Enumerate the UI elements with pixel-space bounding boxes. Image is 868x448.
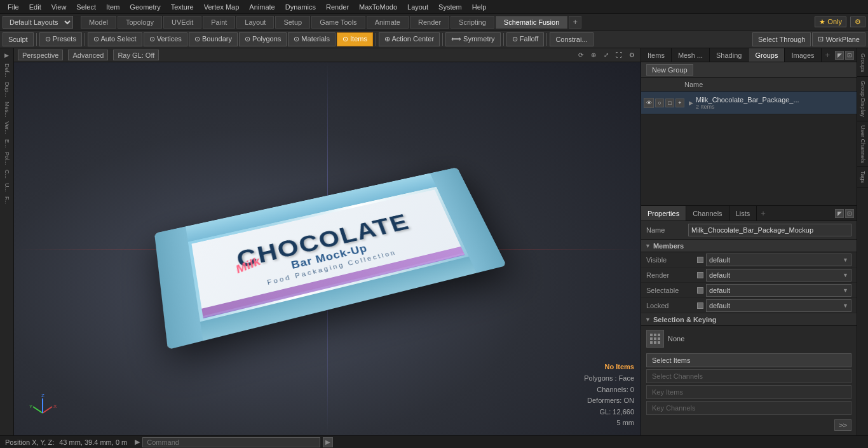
menu-help[interactable]: Help bbox=[467, 0, 492, 14]
prop-expand-btn-1[interactable]: ◤ bbox=[835, 209, 844, 218]
materials-button[interactable]: ⊙ Materials bbox=[288, 32, 336, 46]
layout-tab-layout[interactable]: Layout bbox=[236, 16, 274, 29]
constraint-button[interactable]: Constrai... bbox=[550, 32, 593, 46]
prop-locked-dropdown[interactable]: default ▼ bbox=[706, 299, 851, 312]
menu-view[interactable]: View bbox=[46, 0, 72, 14]
prop-render-dropdown[interactable]: default ▼ bbox=[706, 269, 851, 282]
layout-tab-animate[interactable]: Animate bbox=[367, 16, 409, 29]
prop-tab-properties[interactable]: Properties bbox=[641, 206, 686, 221]
sculpt-button[interactable]: Sculpt bbox=[3, 32, 34, 46]
sidebar-tool-1[interactable]: ▶ bbox=[1, 50, 13, 61]
menu-layout[interactable]: Layout bbox=[402, 0, 433, 14]
sidebar-label-vert[interactable]: Ver... bbox=[4, 119, 10, 137]
menu-vertex-map[interactable]: Vertex Map bbox=[199, 0, 245, 14]
falloff-button[interactable]: ⊙ Falloff bbox=[506, 32, 545, 46]
sidebar-label-uv[interactable]: U... bbox=[4, 181, 10, 194]
prop-tab-add[interactable]: + bbox=[757, 206, 770, 221]
items-button[interactable]: ⊙ Items bbox=[337, 32, 373, 46]
layout-tab-model[interactable]: Model bbox=[81, 16, 116, 29]
prop-selectable-dropdown[interactable]: default ▼ bbox=[706, 284, 851, 297]
layout-tab-setup[interactable]: Setup bbox=[275, 16, 310, 29]
panel-expand-btn-2[interactable]: ⊡ bbox=[845, 51, 854, 60]
prop-tab-channels[interactable]: Channels bbox=[686, 206, 729, 221]
sidebar-label-edit[interactable]: E... bbox=[4, 137, 10, 150]
layout-tab-render[interactable]: Render bbox=[410, 16, 449, 29]
panel-tab-items[interactable]: Items bbox=[641, 48, 672, 62]
menu-animate[interactable]: Animate bbox=[244, 0, 280, 14]
panel-tab-groups[interactable]: Groups bbox=[749, 48, 785, 62]
viewport[interactable]: Perspective Advanced Ray GL: Off ⟳ ⊕ ⤢ ⛶… bbox=[14, 48, 641, 435]
key-channels-button[interactable]: Key Channels bbox=[646, 401, 851, 415]
menu-dynamics[interactable]: Dynamics bbox=[280, 0, 321, 14]
panel-tab-images[interactable]: Images bbox=[785, 48, 821, 62]
sidebar-label-c[interactable]: C... bbox=[4, 168, 10, 180]
viewport-advanced-btn[interactable]: Advanced bbox=[68, 50, 108, 60]
panel-tab-mesh[interactable]: Mesh ... bbox=[672, 48, 710, 62]
vertices-button[interactable]: ⊙ Vertices bbox=[144, 32, 187, 46]
workplane-button[interactable]: ⊡ WorkPlane bbox=[812, 32, 865, 46]
group-btn-lock-0[interactable]: □ bbox=[665, 98, 674, 107]
panel-expand-btn-1[interactable]: ◤ bbox=[835, 51, 844, 60]
group-btn-wire-0[interactable]: + bbox=[675, 98, 684, 107]
right-vtab-tags[interactable]: Tags bbox=[857, 167, 868, 187]
panel-tab-add-button[interactable]: + bbox=[822, 48, 834, 62]
viewport-perspective-btn[interactable]: Perspective bbox=[18, 50, 63, 60]
symmetry-button[interactable]: ⟺ Symmetry bbox=[445, 32, 501, 46]
star-only-button[interactable]: ★ Only bbox=[815, 17, 846, 27]
expand-arrow-button[interactable]: >> bbox=[834, 419, 851, 431]
sidebar-label-mesh[interactable]: Mes... bbox=[4, 100, 10, 119]
sidebar-label-default[interactable]: Def... bbox=[4, 62, 10, 79]
command-submit-button[interactable]: ▶ bbox=[323, 437, 333, 447]
prop-name-input[interactable] bbox=[688, 224, 851, 236]
menu-edit[interactable]: Edit bbox=[24, 0, 46, 14]
gear-button[interactable]: ⚙ bbox=[850, 17, 865, 27]
viewport-fit-icon[interactable]: ⤢ bbox=[601, 50, 611, 60]
viewport-settings-icon[interactable]: ⚙ bbox=[627, 50, 637, 60]
menu-file[interactable]: File bbox=[3, 0, 24, 14]
viewport-rotate-icon[interactable]: ⟳ bbox=[576, 50, 586, 60]
viewport-raygl-btn[interactable]: Ray GL: Off bbox=[113, 50, 159, 60]
sel-keying-header[interactable]: ▼ Selection & Keying bbox=[641, 313, 857, 326]
new-group-button[interactable]: New Group bbox=[646, 64, 693, 76]
right-vtab-group-display[interactable]: Group Display bbox=[857, 77, 868, 121]
select-through-button[interactable]: Select Through bbox=[752, 32, 811, 46]
polygons-button[interactable]: ⊙ Polygons bbox=[239, 32, 287, 46]
layout-preset-select[interactable]: Default Layouts bbox=[3, 16, 73, 29]
command-input[interactable] bbox=[142, 437, 320, 447]
menu-system[interactable]: System bbox=[433, 0, 467, 14]
right-vtab-user-channels[interactable]: User Channels bbox=[857, 121, 868, 168]
layout-tab-add-button[interactable]: + bbox=[569, 16, 581, 29]
group-expand-0[interactable]: ▶ bbox=[687, 99, 695, 107]
menu-select[interactable]: Select bbox=[71, 0, 101, 14]
viewport-canvas[interactable]: Milk CHOCOLATE Bar Mock-Up Food Packagin… bbox=[14, 62, 641, 435]
key-items-button[interactable]: Key Items bbox=[646, 385, 851, 399]
prop-visible-dropdown[interactable]: default ▼ bbox=[706, 254, 851, 266]
layout-tab-paint[interactable]: Paint bbox=[203, 16, 235, 29]
layout-tab-game-tools[interactable]: Game Tools bbox=[311, 16, 365, 29]
select-items-button[interactable]: Select Items bbox=[646, 353, 851, 367]
menu-render[interactable]: Render bbox=[321, 0, 354, 14]
menu-geometry[interactable]: Geometry bbox=[125, 0, 165, 14]
right-vtab-groups[interactable]: Groups bbox=[857, 50, 868, 77]
sidebar-label-poly[interactable]: Pol... bbox=[4, 150, 10, 167]
viewport-zoom-icon[interactable]: ⊕ bbox=[588, 50, 599, 60]
layout-tab-uvedit[interactable]: UVEdit bbox=[163, 16, 201, 29]
layout-tab-schematic[interactable]: Schematic Fusion bbox=[496, 16, 567, 29]
layout-tab-scripting[interactable]: Scripting bbox=[451, 16, 494, 29]
presets-button[interactable]: ⊙ Presets bbox=[39, 32, 82, 46]
sidebar-label-dup[interactable]: Dup... bbox=[4, 80, 10, 99]
menu-item[interactable]: Item bbox=[101, 0, 125, 14]
menu-texture[interactable]: Texture bbox=[166, 0, 199, 14]
select-channels-button[interactable]: Select Channels bbox=[646, 369, 851, 383]
group-item-0[interactable]: 👁 ○ □ + ▶ Milk_Chocolate_Bar_Package_...… bbox=[641, 92, 857, 114]
group-btn-render-0[interactable]: ○ bbox=[655, 98, 664, 107]
action-center-button[interactable]: ⊕ Action Center bbox=[379, 32, 440, 46]
menu-maxtomodo[interactable]: MaxToModo bbox=[354, 0, 402, 14]
boundary-button[interactable]: ⊙ Boundary bbox=[189, 32, 238, 46]
prop-expand-btn-2[interactable]: ⊡ bbox=[845, 209, 854, 218]
layout-tab-topology[interactable]: Topology bbox=[118, 16, 162, 29]
prop-tab-lists[interactable]: Lists bbox=[729, 206, 757, 221]
sidebar-label-f[interactable]: F... bbox=[4, 194, 10, 206]
auto-select-button[interactable]: ⊙ Auto Select bbox=[88, 32, 142, 46]
members-section-header[interactable]: ▼ Members bbox=[641, 240, 857, 252]
